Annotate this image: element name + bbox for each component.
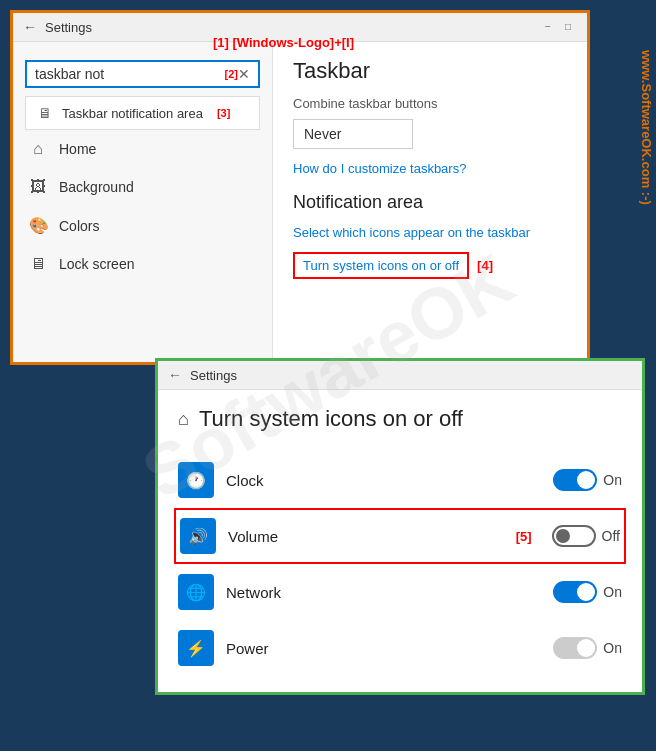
window-title: Settings — [45, 20, 92, 35]
power-icon-box: ⚡ — [178, 630, 214, 666]
clock-label: Clock — [226, 472, 541, 489]
power-label: Power — [226, 640, 541, 657]
customize-link[interactable]: How do I customize taskbars? — [293, 161, 567, 176]
turn-system-link[interactable]: Turn system icons on or off — [293, 252, 469, 279]
bottom-titlebar: ← Settings — [158, 361, 642, 390]
network-toggle-switch[interactable]: On — [553, 581, 622, 603]
maximize-button[interactable]: □ — [565, 21, 577, 33]
clock-status: On — [603, 472, 622, 488]
sidebar-background-label: Background — [59, 179, 134, 195]
bottom-page-title-text: Turn system icons on or off — [199, 406, 463, 432]
volume-toggle-switch[interactable]: Off — [552, 525, 620, 547]
search-result-label: Taskbar notification area — [62, 106, 203, 121]
search-clear-button[interactable]: ✕ — [238, 66, 250, 82]
window-controls: − □ — [545, 21, 577, 33]
network-toggle[interactable] — [553, 581, 597, 603]
network-label: Network — [226, 584, 541, 601]
site-label: www.SoftwareOK.com :-) — [639, 50, 654, 205]
volume-icon: 🔊 — [188, 527, 208, 546]
turn-system-wrapper: Turn system icons on or off [4] — [293, 252, 493, 279]
home-icon: ⌂ — [29, 140, 47, 158]
top-settings-window: ← Settings − □ [1] [Windows-Logo]+[I] [2… — [10, 10, 590, 365]
sidebar-home-label: Home — [59, 141, 96, 157]
network-row: 🌐 Network On — [178, 564, 622, 620]
volume-status: Off — [602, 528, 620, 544]
colors-icon: 🎨 — [29, 216, 47, 235]
clock-row: 🕐 Clock On — [178, 452, 622, 508]
bottom-window-title: Settings — [190, 368, 237, 383]
volume-icon-box: 🔊 — [180, 518, 216, 554]
monitor-icon: 🖥 — [38, 105, 52, 121]
sidebar-colors-label: Colors — [59, 218, 99, 234]
power-status: On — [603, 640, 622, 656]
volume-row: 🔊 Volume [5] Off — [174, 508, 626, 564]
bottom-settings-window: ← Settings ⌂ Turn system icons on or off… — [155, 358, 645, 695]
notification-section-title: Notification area — [293, 192, 567, 213]
sidebar-item-background[interactable]: 🖼 Background — [13, 168, 272, 206]
titlebar-left: ← Settings — [23, 19, 92, 35]
background-icon: 🖼 — [29, 178, 47, 196]
content-area: Taskbar Combine taskbar buttons Never Ho… — [273, 42, 587, 362]
sidebar-lockscreen-label: Lock screen — [59, 256, 134, 272]
network-icon-box: 🌐 — [178, 574, 214, 610]
clock-toggle[interactable] — [553, 469, 597, 491]
top-window-body: [2] ✕ 🖥 Taskbar notification area [3] ⌂ … — [13, 42, 587, 362]
search-results-dropdown[interactable]: 🖥 Taskbar notification area [3] — [25, 96, 260, 130]
power-toggle-switch[interactable]: On — [553, 637, 622, 659]
search-input[interactable] — [35, 66, 221, 82]
back-button[interactable]: ← — [23, 19, 37, 35]
minimize-button[interactable]: − — [545, 21, 557, 33]
annotation-5: [5] — [516, 529, 532, 544]
annotation-4: [4] — [477, 258, 493, 273]
bottom-content: ⌂ Turn system icons on or off 🕐 Clock On… — [158, 390, 642, 692]
clock-icon: 🕐 — [186, 471, 206, 490]
settings-sidebar: [2] ✕ 🖥 Taskbar notification area [3] ⌂ … — [13, 42, 273, 362]
network-icon: 🌐 — [186, 583, 206, 602]
sidebar-item-colors[interactable]: 🎨 Colors — [13, 206, 272, 245]
clock-toggle-switch[interactable]: On — [553, 469, 622, 491]
clock-icon-box: 🕐 — [178, 462, 214, 498]
lockscreen-icon: 🖥 — [29, 255, 47, 273]
sidebar-item-home[interactable]: ⌂ Home — [13, 130, 272, 168]
bottom-back-button[interactable]: ← — [168, 367, 182, 383]
power-toggle[interactable] — [553, 637, 597, 659]
volume-toggle[interactable] — [552, 525, 596, 547]
combine-dropdown[interactable]: Never — [293, 119, 413, 149]
sidebar-item-lockscreen[interactable]: 🖥 Lock screen — [13, 245, 272, 283]
content-title: Taskbar — [293, 58, 567, 84]
volume-label: Volume — [228, 528, 504, 545]
combine-subtitle: Combine taskbar buttons — [293, 96, 567, 111]
bottom-home-icon: ⌂ — [178, 409, 189, 430]
power-icon: ⚡ — [186, 639, 206, 658]
search-box[interactable]: [2] ✕ — [25, 60, 260, 88]
annotation-1: [1] [Windows-Logo]+[I] — [213, 35, 354, 50]
search-result-item[interactable]: 🖥 Taskbar notification area [3] — [26, 97, 259, 129]
power-row: ⚡ Power On — [178, 620, 622, 676]
select-icons-link[interactable]: Select which icons appear on the taskbar — [293, 225, 567, 240]
annotation-3: [3] — [217, 107, 230, 119]
network-status: On — [603, 584, 622, 600]
bottom-page-title-row: ⌂ Turn system icons on or off — [178, 406, 622, 432]
annotation-2: [2] — [225, 68, 238, 80]
